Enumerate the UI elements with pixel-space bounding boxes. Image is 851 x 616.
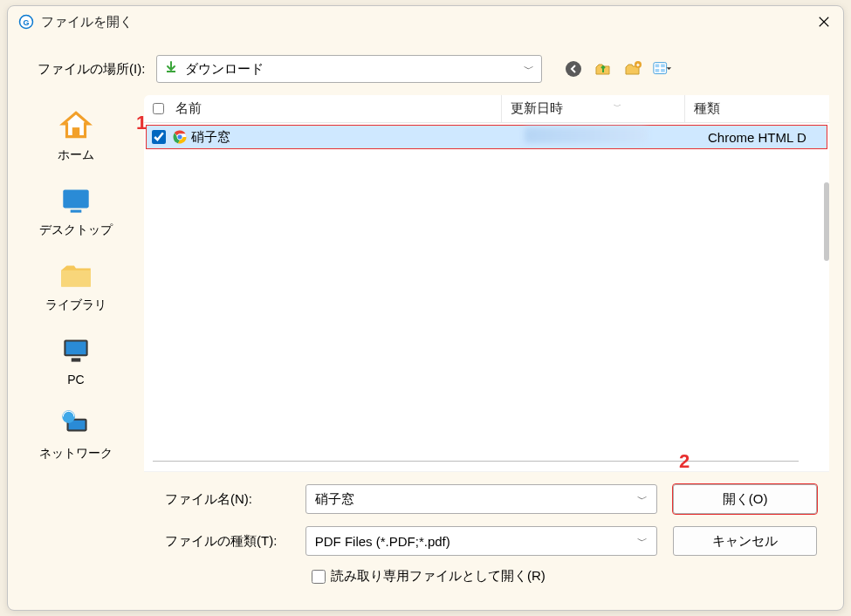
sidebar-item-pc[interactable]: PC [58, 332, 94, 387]
svg-rect-17 [65, 342, 86, 355]
annotation-2: 2 [679, 450, 690, 473]
scrollbar[interactable] [824, 130, 829, 374]
up-folder-icon[interactable] [593, 58, 614, 79]
svg-rect-14 [63, 189, 88, 208]
window-title: ファイルを開く [41, 14, 815, 31]
library-icon [58, 257, 94, 294]
file-row-checkbox[interactable] [146, 130, 172, 144]
back-icon[interactable] [563, 58, 584, 79]
svg-rect-9 [655, 64, 660, 67]
svg-rect-13 [72, 127, 79, 137]
file-list: 名前 更新日時﹀ 種類 硝子窓 Chrome HTML D [144, 95, 829, 472]
location-row: ファイルの場所(I): ダウンロード ﹀ ✦ [8, 50, 843, 88]
filetype-combo[interactable]: PDF Files (*.PDF;*.pdf) ﹀ [305, 526, 658, 556]
column-date[interactable]: 更新日時﹀ [502, 95, 685, 122]
home-icon [58, 107, 94, 144]
main-area: ホーム デスクトップ ライブラリ PC ネットワーク 名前 [8, 95, 843, 472]
sidebar-item-label: PC [67, 373, 84, 387]
divider [153, 461, 799, 462]
readonly-label: 読み取り専用ファイルとして開く(R) [331, 568, 546, 585]
filetype-value: PDF Files (*.PDF;*.pdf) [315, 534, 638, 549]
sidebar-item-home[interactable]: ホーム [58, 107, 94, 163]
list-header: 名前 更新日時﹀ 種類 [144, 95, 829, 123]
sidebar-item-label: ネットワーク [39, 446, 113, 462]
view-menu-icon[interactable] [652, 58, 673, 79]
location-value: ダウンロード [185, 61, 517, 78]
titlebar: G ファイルを開く [8, 6, 843, 38]
svg-rect-15 [71, 210, 82, 213]
file-name-cell: 硝子窓 [191, 129, 518, 146]
open-button[interactable]: 開く(O) [673, 484, 817, 514]
sidebar-item-label: ライブラリ [45, 298, 106, 313]
bottom-controls: ファイル名(N): 硝子窓 ﹀ 開く(O) ファイルの種類(T): PDF Fi… [8, 472, 843, 585]
location-label: ファイルの場所(I): [38, 61, 148, 78]
new-folder-icon[interactable]: ✦ [622, 58, 643, 79]
header-checkbox[interactable] [144, 103, 172, 114]
app-icon: G [18, 14, 34, 30]
close-button[interactable] [815, 13, 833, 31]
svg-rect-10 [661, 64, 665, 67]
chevron-down-icon: ﹀ [637, 492, 648, 507]
sidebar-item-label: ホーム [58, 147, 94, 163]
cancel-button[interactable]: キャンセル [673, 526, 817, 556]
filename-value: 硝子窓 [315, 491, 638, 508]
chevron-down-icon: ﹀ [524, 62, 534, 77]
network-icon [58, 406, 94, 442]
svg-rect-18 [72, 358, 81, 361]
readonly-checkbox[interactable] [312, 570, 326, 584]
svg-point-21 [62, 410, 75, 423]
svg-text:✦: ✦ [635, 62, 641, 68]
filename-combo[interactable]: 硝子窓 ﹀ [305, 484, 658, 514]
svg-rect-11 [655, 69, 660, 72]
svg-text:G: G [23, 18, 29, 27]
chrome-icon [172, 129, 188, 145]
chevron-down-icon: ﹀ [637, 534, 648, 549]
file-date-cell [518, 127, 701, 147]
filetype-label: ファイルの種類(T): [165, 533, 290, 550]
file-type-cell: Chrome HTML D [701, 130, 827, 145]
toolbar-icons: ✦ [563, 58, 673, 79]
sort-chevron-icon: ﹀ [614, 101, 621, 113]
sidebar-item-network[interactable]: ネットワーク [39, 406, 113, 462]
readonly-row: 読み取り専用ファイルとして開く(R) [312, 568, 817, 585]
column-type[interactable]: 種類 [685, 95, 829, 122]
file-row[interactable]: 硝子窓 Chrome HTML D [146, 125, 827, 149]
pc-icon [58, 332, 94, 369]
svg-point-5 [566, 61, 581, 77]
column-name[interactable]: 名前 [172, 95, 502, 122]
filename-label: ファイル名(N): [165, 491, 290, 508]
annotation-1: 1 [136, 112, 147, 134]
sidebar-item-label: デスクトップ [39, 222, 113, 238]
sidebar-item-library[interactable]: ライブラリ [45, 257, 106, 313]
places-sidebar: ホーム デスクトップ ライブラリ PC ネットワーク [8, 95, 144, 472]
location-combo[interactable]: ダウンロード ﹀ [156, 55, 542, 83]
desktop-icon [58, 182, 94, 219]
file-open-dialog: G ファイルを開く ファイルの場所(I): ダウンロード ﹀ ✦ ホーム [7, 5, 844, 611]
download-arrow-icon [164, 60, 178, 78]
svg-rect-12 [661, 69, 665, 72]
sidebar-item-desktop[interactable]: デスクトップ [39, 182, 113, 238]
